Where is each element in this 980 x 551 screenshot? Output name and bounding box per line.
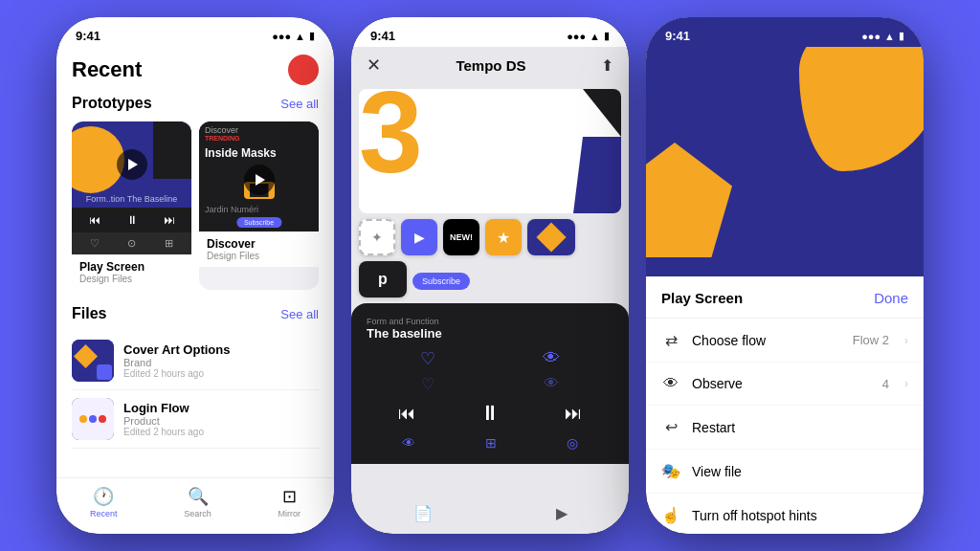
file-thumb-2 <box>72 398 114 440</box>
file-icon-btn[interactable]: 📄 <box>413 504 433 522</box>
wifi-icon: ▲ <box>295 31 305 42</box>
phone3-art <box>646 47 924 276</box>
grid-icon[interactable]: ⊞ <box>165 237 173 250</box>
menu-observe[interactable]: 👁 Observe 4 › <box>646 363 924 406</box>
nav-recent[interactable]: 🕐 Recent <box>90 486 118 518</box>
signal-icon-2: ●●● <box>567 31 586 42</box>
status-bar-1: 9:41 ●●● ▲ ▮ <box>56 17 334 47</box>
blue-corner <box>573 137 621 213</box>
menu-view-file[interactable]: 🎭 View file <box>646 450 924 494</box>
panel-title: Play Screen <box>661 290 743 306</box>
forward-icon[interactable]: ⏭ <box>164 213 175 227</box>
action-row-1: ♡ 👁 <box>351 344 629 373</box>
observe-icon[interactable]: 👁 <box>402 435 415 451</box>
next-btn[interactable]: ⏭ <box>565 404 582 424</box>
proto-card-discover[interactable]: Discover TRENDING Inside Masks Jardin Nu… <box>199 121 319 290</box>
pause-btn[interactable]: ⏸ <box>479 401 501 426</box>
nav-mirror[interactable]: ⊡ Mirror <box>278 486 301 518</box>
file-name-2: Login Flow <box>123 401 319 415</box>
status-bar-2: 9:41 ●●● ▲ ▮ <box>351 17 629 47</box>
nav-mirror-label: Mirror <box>278 509 301 518</box>
chevron-1: › <box>904 334 908 347</box>
status-bar-3: 9:41 ●●● ▲ ▮ <box>646 17 924 47</box>
heart-icon[interactable]: ♡ <box>90 237 100 250</box>
heart-btn-2[interactable]: ♡ <box>421 375 434 393</box>
file-name-1: Cover Art Options <box>123 342 319 357</box>
subscribe-btn[interactable]: Subscribe <box>236 217 281 228</box>
track-name: The baseline <box>367 326 613 341</box>
hotspot-icon: ☝ <box>661 506 680 524</box>
proto-thumb-1: Form..tion The Baseline <box>72 121 191 208</box>
nav-search[interactable]: 🔍 Search <box>184 486 212 518</box>
diamond-icon <box>536 222 566 252</box>
subscribe-badge[interactable]: Subscribe <box>412 271 470 288</box>
blue-sq <box>97 364 112 380</box>
phone1-header: Recent <box>56 47 334 95</box>
share-btn[interactable]: ⬆ <box>601 56 613 75</box>
si-diamond[interactable] <box>527 219 575 255</box>
status-icons-2: ●●● ▲ ▮ <box>567 30 610 42</box>
si-play[interactable]: ▶ <box>401 219 437 255</box>
nav-search-label: Search <box>184 509 212 518</box>
star-outline-icon: ✦ <box>371 230 383 245</box>
phone-player: 9:41 ●●● ▲ ▮ ✕ Tempo DS ⬆ 3 <box>351 17 629 534</box>
panel-done[interactable]: Done <box>874 290 908 306</box>
eye-btn-2[interactable]: 👁 <box>544 375 559 393</box>
search-icon[interactable]: ⊙ <box>127 237 136 250</box>
file-brand-2: Product <box>123 415 319 427</box>
inside-masks-label: Inside Masks <box>205 146 277 160</box>
proto-card-playscreen[interactable]: Form..tion The Baseline ⏮ ⏸ ⏭ ♡ ⊙ ⊞ Play… <box>72 121 191 290</box>
si-type[interactable]: p <box>359 261 407 298</box>
menu-restart[interactable]: ↩ Restart <box>646 406 924 450</box>
grid-icon-player[interactable]: ⊞ <box>485 435 497 451</box>
play-btn-bottom[interactable]: ▶ <box>556 504 568 522</box>
choose-flow-label: Choose flow <box>692 333 841 348</box>
observe-menu-icon: 👁 <box>661 375 680 392</box>
login-flow-thumb <box>72 398 114 440</box>
signal-icon-3: ●●● <box>861 31 880 42</box>
file-time-2: Edited 2 hours ago <box>123 427 319 437</box>
eye-btn[interactable]: 👁 <box>543 348 560 369</box>
rewind-icon[interactable]: ⏮ <box>89 213 100 227</box>
file-time-1: Edited 2 hours ago <box>123 368 319 379</box>
profile-avatar[interactable] <box>288 55 319 85</box>
track-artist: Form and Function <box>367 317 613 326</box>
si-new[interactable]: NEW! <box>443 219 479 255</box>
close-btn[interactable]: ✕ <box>367 55 381 76</box>
proto-sub-1: Design Files <box>79 274 184 284</box>
files-see-all[interactable]: See all <box>280 307 319 321</box>
flow-icon: ⇄ <box>661 331 680 349</box>
view-file-label: View file <box>692 464 908 479</box>
player-controls: ⏮ ⏸ ⏭ <box>351 395 629 431</box>
type-p-icon: p <box>378 271 388 288</box>
play-triangle-2 <box>256 174 265 186</box>
play-overlay-2[interactable] <box>244 165 275 195</box>
spiral-icon[interactable]: ◎ <box>567 435 578 451</box>
big-three: 3 <box>359 89 423 189</box>
bottom-player: Form and Function The baseline ♡ 👁 ♡ 👁 <box>351 303 629 464</box>
panel-container: Play Screen Done ⇄ Choose flow Flow 2 › … <box>646 276 924 534</box>
file-item-2[interactable]: Login Flow Product Edited 2 hours ago <box>72 390 319 449</box>
play-overlay-1[interactable] <box>117 149 147 180</box>
menu-choose-flow[interactable]: ⇄ Choose flow Flow 2 › <box>646 319 924 363</box>
prototypes-see-all[interactable]: See all <box>280 97 319 111</box>
battery-icon: ▮ <box>309 30 315 42</box>
phone2-header: ✕ Tempo DS ⬆ <box>351 47 629 83</box>
chevron-2: › <box>904 377 908 390</box>
canvas-artwork: 3 <box>359 89 621 213</box>
si-star-yellow[interactable]: ★ <box>485 219 522 255</box>
proto-name-1: Play Screen <box>79 260 184 274</box>
si-dashed[interactable]: ✦ <box>359 219 395 255</box>
file-item-1[interactable]: Cover Art Options Brand Edited 2 hours a… <box>72 332 319 390</box>
status-time-2: 9:41 <box>370 29 395 43</box>
prev-btn[interactable]: ⏮ <box>398 404 415 424</box>
pause-icon[interactable]: ⏸ <box>126 213 138 227</box>
menu-hotspot[interactable]: ☝ Turn off hotspot hints <box>646 494 924 534</box>
lf-dot-2 <box>89 415 97 423</box>
wifi-icon-2: ▲ <box>590 31 600 42</box>
heart-btn[interactable]: ♡ <box>420 348 435 369</box>
hotspot-label: Turn off hotspot hints <box>692 508 908 523</box>
battery-icon-2: ▮ <box>604 30 610 42</box>
lf-dot-1 <box>79 415 87 423</box>
status-time-1: 9:41 <box>76 29 100 43</box>
